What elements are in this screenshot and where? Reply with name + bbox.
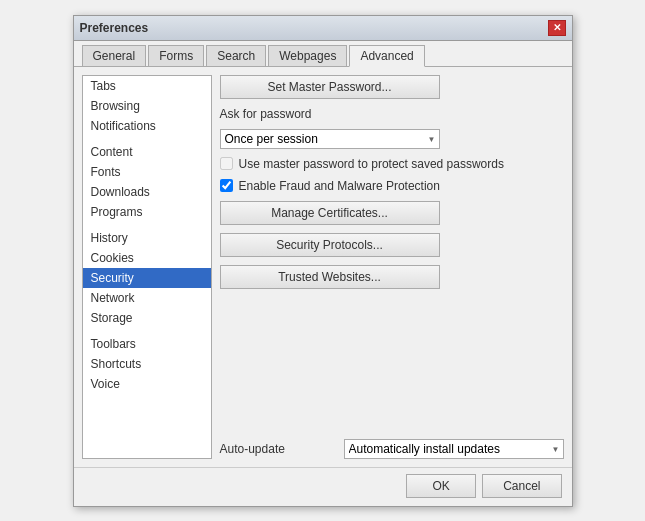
password-dropdown[interactable]: Once per session Every time Never — [220, 129, 440, 149]
tab-search[interactable]: Search — [206, 45, 266, 66]
set-master-password-button[interactable]: Set Master Password... — [220, 75, 440, 99]
sidebar-item-programs[interactable]: Programs — [83, 202, 211, 222]
title-bar: Preferences ✕ — [74, 16, 572, 41]
ask-for-password-label: Ask for password — [220, 107, 564, 121]
window-title: Preferences — [80, 21, 149, 35]
auto-update-label: Auto-update — [220, 442, 285, 456]
sidebar-item-fonts[interactable]: Fonts — [83, 162, 211, 182]
security-protocols-button[interactable]: Security Protocols... — [220, 233, 440, 257]
sidebar-item-network[interactable]: Network — [83, 288, 211, 308]
sidebar-item-cookies[interactable]: Cookies — [83, 248, 211, 268]
trusted-websites-button[interactable]: Trusted Websites... — [220, 265, 440, 289]
use-master-password-checkbox[interactable] — [220, 157, 233, 170]
sidebar-item-downloads[interactable]: Downloads — [83, 182, 211, 202]
tabs-bar: General Forms Search Webpages Advanced — [74, 41, 572, 67]
enable-fraud-label: Enable Fraud and Malware Protection — [239, 179, 440, 193]
sidebar: Tabs Browsing Notifications Content Font… — [82, 75, 212, 459]
close-button[interactable]: ✕ — [548, 20, 566, 36]
enable-fraud-checkbox[interactable] — [220, 179, 233, 192]
content-area: Tabs Browsing Notifications Content Font… — [74, 67, 572, 467]
sidebar-item-notifications[interactable]: Notifications — [83, 116, 211, 136]
manage-certificates-button[interactable]: Manage Certificates... — [220, 201, 440, 225]
footer: OK Cancel — [74, 467, 572, 506]
sidebar-item-security[interactable]: Security — [83, 268, 211, 288]
enable-fraud-row: Enable Fraud and Malware Protection — [220, 179, 564, 193]
sidebar-item-voice[interactable]: Voice — [83, 374, 211, 394]
use-master-password-row: Use master password to protect saved pas… — [220, 157, 564, 171]
sidebar-item-toolbars[interactable]: Toolbars — [83, 334, 211, 354]
sidebar-item-history[interactable]: History — [83, 228, 211, 248]
tab-forms[interactable]: Forms — [148, 45, 204, 66]
ok-button[interactable]: OK — [406, 474, 476, 498]
tab-advanced[interactable]: Advanced — [349, 45, 424, 67]
sidebar-item-content[interactable]: Content — [83, 142, 211, 162]
tab-general[interactable]: General — [82, 45, 147, 66]
sidebar-item-storage[interactable]: Storage — [83, 308, 211, 328]
auto-update-dropdown[interactable]: Automatically install updates Check but … — [344, 439, 564, 459]
sidebar-item-browsing[interactable]: Browsing — [83, 96, 211, 116]
auto-update-row: Auto-update Automatically install update… — [220, 439, 564, 459]
sidebar-item-shortcuts[interactable]: Shortcuts — [83, 354, 211, 374]
main-panel-inner: Set Master Password... Ask for password … — [220, 75, 564, 459]
preferences-window: Preferences ✕ General Forms Search Webpa… — [73, 15, 573, 507]
tab-webpages[interactable]: Webpages — [268, 45, 347, 66]
cancel-button[interactable]: Cancel — [482, 474, 561, 498]
main-panel: Set Master Password... Ask for password … — [220, 75, 564, 459]
auto-update-dropdown-wrapper[interactable]: Automatically install updates Check but … — [344, 439, 564, 459]
sidebar-item-tabs[interactable]: Tabs — [83, 76, 211, 96]
use-master-password-label: Use master password to protect saved pas… — [239, 157, 504, 171]
password-dropdown-wrapper[interactable]: Once per session Every time Never — [220, 129, 440, 149]
